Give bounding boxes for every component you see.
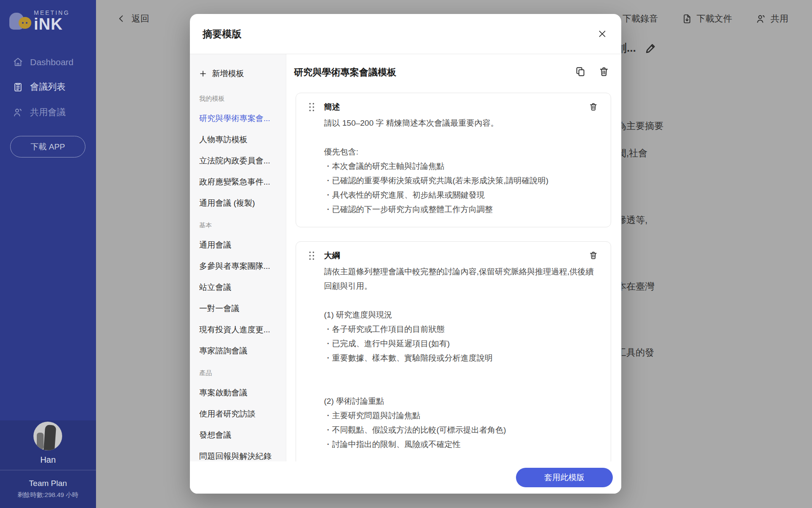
template-list-item[interactable]: 站立會議 [199, 282, 280, 293]
sidebar-item-label: 共用會議 [30, 106, 66, 118]
card-text-line [324, 130, 599, 145]
back-button[interactable]: 返回 [117, 13, 149, 25]
background-text-fragment: 閡,社會 [622, 147, 665, 160]
template-list-item[interactable]: 通用會議 (複製) [199, 198, 280, 209]
modal-header: 摘要模版 [190, 14, 621, 54]
card-text-line: ・各子研究或工作項目的目前狀態 [324, 322, 599, 337]
sidebar-nav: Dashboard 會議列表 共用會議 [0, 50, 96, 125]
chevron-left-icon [117, 14, 126, 23]
plan-name: Team Plan [0, 479, 96, 488]
download-document-label: 下載文件 [697, 13, 732, 25]
plus-icon [199, 70, 207, 77]
section-label: 產品 [199, 369, 280, 377]
share-button[interactable]: 共用 [756, 13, 788, 25]
background-text-fragment: 為主要摘要 [622, 120, 665, 133]
sidebar-item-label: 會議列表 [30, 81, 66, 93]
template-detail-area: 研究與學術專案會議模板 簡述請以 150–200 字 精煉簡述本次會議最重要內容… [286, 54, 621, 461]
background-text-fragment: 本在臺灣 [622, 280, 665, 293]
share-users-icon [756, 14, 766, 24]
delete-template-trash-icon[interactable] [598, 66, 611, 79]
download-document-button[interactable]: 下載文件 [682, 13, 732, 25]
app-logo: MEETING iNK [0, 0, 96, 32]
template-list-item[interactable]: 通用會議 [199, 240, 280, 251]
add-template-button[interactable]: 新增模板 [199, 65, 280, 82]
section-label: 我的模板 [199, 95, 280, 103]
add-template-label: 新增模板 [212, 68, 244, 79]
card-text-line: ・重要數據、樣本數、實驗階段或分析進度說明 [324, 351, 599, 365]
file-download-icon [682, 14, 692, 24]
card-text-line: ・已完成、進行中與延遲項目(如有) [324, 337, 599, 351]
card-text-line: 優先包含: [324, 145, 599, 159]
card-text-line: ・已確認的下一步研究方向或整體工作方向調整 [324, 202, 599, 217]
card-text-line: ・具代表性的研究進展、初步結果或關鍵發現 [324, 188, 599, 202]
card-title: 大綱 [324, 250, 589, 261]
template-list-item[interactable]: 政府應變緊急事件... [199, 177, 280, 188]
template-list-item[interactable]: 一對一會議 [199, 303, 280, 314]
card-title: 簡述 [324, 102, 589, 113]
sidebar-item-meeting-list[interactable]: 會議列表 [0, 74, 96, 99]
template-list-item[interactable]: 發想會議 [199, 430, 280, 441]
duplicate-icon[interactable] [575, 66, 587, 79]
users-icon [13, 107, 23, 118]
share-label: 共用 [771, 13, 788, 25]
cards-container: 簡述請以 150–200 字 精煉簡述本次會議最重要內容。 優先包含:・本次會議… [294, 93, 611, 461]
sidebar-divider [0, 470, 96, 470]
card-text-line: (2) 學術討論重點 [324, 394, 599, 409]
template-list-item[interactable]: 問題回報與解決紀錄 [199, 451, 280, 461]
plan-remaining-hours: 剩餘時數:298.49 小時 [0, 491, 96, 499]
card-text-line: ・不同觀點、假設或方法的比較(可標示提出者角色) [324, 423, 599, 437]
background-text-fragment: 滲透等, [622, 214, 665, 226]
template-card: 大綱請依主題條列整理會議中較完整的討論內容,保留研究脈絡與推理過程,供後續回顧與… [296, 241, 611, 461]
logo-ink-text: iNK [34, 16, 70, 32]
clipboard-icon [13, 82, 23, 92]
sidebar: MEETING iNK Dashboard 會議列表 共用會議 下載 APP H… [0, 0, 96, 508]
home-icon [13, 57, 23, 67]
template-card: 簡述請以 150–200 字 精煉簡述本次會議最重要內容。 優先包含:・本次會議… [296, 93, 611, 227]
card-body: 請依主題條列整理會議中較完整的討論內容,保留研究脈絡與推理過程,供後續回顧與引用… [324, 265, 599, 461]
download-app-button[interactable]: 下載 APP [10, 136, 85, 157]
modal-footer: 套用此模版 [190, 461, 621, 494]
apply-template-button[interactable]: 套用此模版 [516, 468, 613, 487]
drag-handle-icon[interactable] [309, 251, 315, 260]
mascot-icon [9, 10, 31, 31]
background-text-fragment: 工具的發 [622, 346, 665, 359]
card-text-line: 請以 150–200 字 精煉簡述本次會議最重要內容。 [324, 116, 599, 130]
trash-icon[interactable] [589, 102, 599, 112]
card-text-line: ・討論中指出的限制、風險或不確定性 [324, 437, 599, 452]
card-text-line [324, 452, 599, 461]
trash-icon[interactable] [589, 251, 599, 261]
back-label: 返回 [132, 13, 149, 25]
template-list-item[interactable]: 專案啟動會議 [199, 387, 280, 398]
modal-title: 摘要模版 [203, 28, 241, 41]
card-text-line: ・主要研究問題與討論焦點 [324, 409, 599, 423]
edit-pencil-icon[interactable] [644, 41, 658, 55]
sidebar-item-shared-meetings[interactable]: 共用會議 [0, 99, 96, 125]
sidebar-item-dashboard[interactable]: Dashboard [0, 50, 96, 74]
drag-handle-icon[interactable] [309, 102, 315, 112]
card-body: 請以 150–200 字 精煉簡述本次會議最重要內容。 優先包含:・本次會議的研… [324, 116, 599, 217]
template-list-item[interactable]: 現有投資人進度更... [199, 324, 280, 335]
card-text-line: (1) 研究進度與現況 [324, 308, 599, 322]
template-list-item[interactable]: 人物專訪模板 [199, 134, 280, 145]
card-text-line: 請依主題條列整理會議中較完整的討論內容,保留研究脈絡與推理過程,供後續回顧與引用… [324, 265, 599, 293]
download-audio-label: 下載錄音 [623, 13, 658, 25]
sidebar-user-section: Han Team Plan 剩餘時數:298.49 小時 [0, 420, 96, 508]
template-list-item[interactable]: 使用者研究訪談 [199, 409, 280, 420]
avatar[interactable] [33, 422, 62, 450]
summary-template-modal: 摘要模版 新增模板 我的模板研究與學術專案會...人物專訪模板立法院內政委員會.… [190, 14, 621, 494]
card-text-line: ・本次會議的研究主軸與討論焦點 [324, 159, 599, 174]
card-text-line [324, 293, 599, 308]
section-label: 基本 [199, 221, 280, 229]
sidebar-item-label: Dashboard [30, 57, 74, 67]
template-list-item[interactable]: 多參與者專案團隊... [199, 261, 280, 272]
template-title: 研究與學術專案會議模板 [294, 66, 564, 79]
template-list-item[interactable]: 研究與學術專案會... [199, 113, 280, 124]
card-text-line [324, 380, 599, 394]
template-list: 新增模板 我的模板研究與學術專案會...人物專訪模板立法院內政委員會...政府應… [190, 54, 286, 461]
card-text-line [324, 365, 599, 380]
card-text-line: ・已確認的重要學術決策或研究共識(若未形成決策,請明確說明) [324, 174, 599, 188]
close-icon[interactable] [596, 28, 609, 40]
user-name: Han [0, 455, 96, 465]
template-list-item[interactable]: 立法院內政委員會... [199, 155, 280, 166]
template-list-item[interactable]: 專家諮詢會議 [199, 345, 280, 356]
